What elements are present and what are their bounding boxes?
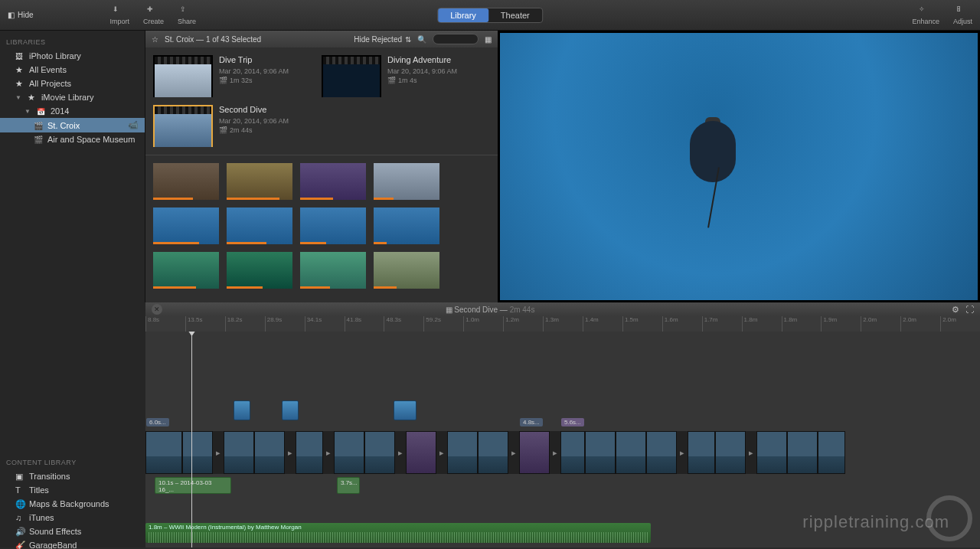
content-soundfx[interactable]: 🔊Sound Effects xyxy=(0,524,145,538)
close-timeline-button[interactable]: ✕ xyxy=(152,304,162,315)
project-second-dive[interactable]: Second DiveMar 20, 2014, 9:06 AM🎬2m 44s xyxy=(153,105,314,147)
connected-clip[interactable] xyxy=(234,400,250,420)
connected-clip[interactable] xyxy=(282,400,299,420)
video-clip[interactable] xyxy=(254,431,285,474)
timeline-ruler[interactable]: 8.8s13.5s18.2s28.9s34.1s41.8s48.3s59.2s1… xyxy=(145,316,980,332)
sidebar-item-all-projects[interactable]: All Projects xyxy=(0,77,145,90)
enhance-label: Enhance xyxy=(912,18,939,25)
video-clip[interactable] xyxy=(478,431,508,474)
video-clip[interactable] xyxy=(334,431,364,474)
star-icon xyxy=(15,79,24,88)
music-clip[interactable]: 1.8m – WWII Modern (Instrumental) by Mat… xyxy=(145,523,651,543)
video-clip[interactable] xyxy=(224,431,254,474)
hide-sidebar-button[interactable]: ◧ Hide xyxy=(8,11,34,19)
transition[interactable]: ▸ xyxy=(436,431,447,474)
clip-thumbnail[interactable] xyxy=(374,208,439,244)
video-clip[interactable] xyxy=(646,431,677,474)
favorite-icon[interactable]: ☆ xyxy=(152,35,158,44)
content-titles[interactable]: TTitles xyxy=(0,483,145,497)
primary-storyline: 6.0s... ▸ ▸ ▸ ▸ ▸ ▸ 4.8s... ▸ 5.6s... xyxy=(145,431,980,474)
connected-clip[interactable] xyxy=(394,400,416,420)
content-garageband[interactable]: 🎸GarageBand xyxy=(0,538,145,549)
video-clip[interactable] xyxy=(756,431,787,474)
video-clip[interactable] xyxy=(585,431,616,474)
video-clip[interactable] xyxy=(447,431,478,474)
ruler-tick: 1.2m xyxy=(503,316,543,332)
settings-icon[interactable]: ⚙ xyxy=(952,305,959,315)
search-input[interactable] xyxy=(433,34,479,44)
clip-thumbnail[interactable] xyxy=(300,163,366,200)
view-mode-icon[interactable]: ▦ xyxy=(485,35,492,44)
transition[interactable]: ▸ xyxy=(508,431,519,474)
chevron-updown-icon: ⇅ xyxy=(405,35,411,44)
video-clip[interactable] xyxy=(818,431,845,474)
project-diving-adventure[interactable]: Diving AdventureMar 20, 2014, 9:06 AM🎬1m… xyxy=(322,55,482,97)
project-thumbnail[interactable] xyxy=(153,105,213,147)
clip-thumbnail[interactable] xyxy=(153,163,219,200)
clip-thumbnail[interactable] xyxy=(227,208,292,244)
movie-icon: 🎬 xyxy=(387,77,396,84)
share-button[interactable]: ⇪ Share xyxy=(178,5,196,25)
create-button[interactable]: ✚ Create xyxy=(143,5,164,25)
transition[interactable]: ▸ xyxy=(395,431,406,474)
clip-thumbnail[interactable] xyxy=(227,163,292,200)
browser-header: ☆ St. Croix — 1 of 43 Selected Hide Reje… xyxy=(145,31,498,47)
sidebar-item-imovie-library[interactable]: ▼iMovie Library xyxy=(0,90,145,104)
tab-theater[interactable]: Theater xyxy=(488,8,542,22)
hide-rejected-dropdown[interactable]: Hide Rejected⇅ xyxy=(354,35,411,44)
ruler-tick: 48.3s xyxy=(384,316,423,332)
project-dive-trip[interactable]: Dive TripMar 20, 2014, 9:06 AM🎬1m 32s xyxy=(153,55,314,97)
clip-thumbnail[interactable] xyxy=(153,208,219,244)
ruler-tick: 2.0m xyxy=(861,316,900,332)
sidebar-item-iphoto[interactable]: iPhoto Library xyxy=(0,49,145,63)
video-clip[interactable] xyxy=(406,431,436,474)
import-button[interactable]: ⬇ Import xyxy=(110,5,130,25)
project-thumbnail[interactable] xyxy=(153,55,213,97)
disclosure-triangle-icon[interactable]: ▼ xyxy=(15,94,21,101)
ruler-tick: 1.0m xyxy=(463,316,503,332)
clip-duration-chip: 4.8s... xyxy=(520,418,543,426)
clip-thumbnail[interactable] xyxy=(374,163,439,200)
adjust-button[interactable]: 🎚 Adjust xyxy=(953,5,972,25)
clip-thumbnail[interactable] xyxy=(153,252,219,289)
playhead[interactable] xyxy=(191,332,192,547)
sidebar-item-st-croix[interactable]: St. Croix📹 xyxy=(0,118,145,132)
expand-icon[interactable]: ⛶ xyxy=(965,305,974,315)
transition[interactable]: ▸ xyxy=(677,431,688,474)
video-clip[interactable] xyxy=(688,431,715,474)
tab-library[interactable]: Library xyxy=(438,8,488,22)
title-clip[interactable]: 3.7s... xyxy=(337,477,360,494)
video-clip[interactable]: 6.0s... xyxy=(145,431,182,474)
title-clip[interactable]: 10.1s – 2014-03-03 16_... xyxy=(155,477,231,494)
transition[interactable]: ▸ xyxy=(323,431,334,474)
video-clip[interactable]: 5.6s... xyxy=(560,431,585,474)
content-transitions[interactable]: ▣Transitions xyxy=(0,469,145,483)
video-clip[interactable] xyxy=(182,431,213,474)
disclosure-triangle-icon[interactable]: ▼ xyxy=(24,108,31,115)
timeline-header: ✕ ▦ Second Dive — 2m 44s ⚙ ⛶ xyxy=(145,302,980,316)
search-icon[interactable]: 🔍 xyxy=(417,35,426,44)
sidebar-item-2014[interactable]: ▼2014 xyxy=(0,104,145,118)
video-clip[interactable] xyxy=(364,431,395,474)
transition[interactable]: ▸ xyxy=(213,431,224,474)
toolbar-left-group: ⬇ Import ✚ Create ⇪ Share xyxy=(110,5,197,25)
transition[interactable]: ▸ xyxy=(550,431,560,474)
project-thumbnail[interactable] xyxy=(322,55,381,97)
preview-viewer[interactable] xyxy=(498,31,980,302)
video-clip[interactable]: 4.8s... xyxy=(519,431,550,474)
clip-thumbnail[interactable] xyxy=(374,252,439,289)
video-clip[interactable] xyxy=(616,431,646,474)
transition[interactable]: ▸ xyxy=(285,431,296,474)
enhance-button[interactable]: ✧ Enhance xyxy=(912,5,939,25)
video-clip[interactable] xyxy=(715,431,746,474)
video-clip[interactable] xyxy=(296,431,323,474)
content-itunes[interactable]: ♫iTunes xyxy=(0,511,145,524)
content-maps[interactable]: 🌐Maps & Backgrounds xyxy=(0,497,145,511)
clip-thumbnail[interactable] xyxy=(227,252,292,289)
sidebar-item-all-events[interactable]: All Events xyxy=(0,63,145,77)
video-clip[interactable] xyxy=(787,431,818,474)
transition[interactable]: ▸ xyxy=(746,431,756,474)
clip-thumbnail[interactable] xyxy=(300,208,366,244)
sidebar-item-museum[interactable]: Air and Space Museum xyxy=(0,132,145,146)
clip-thumbnail[interactable] xyxy=(300,252,366,289)
